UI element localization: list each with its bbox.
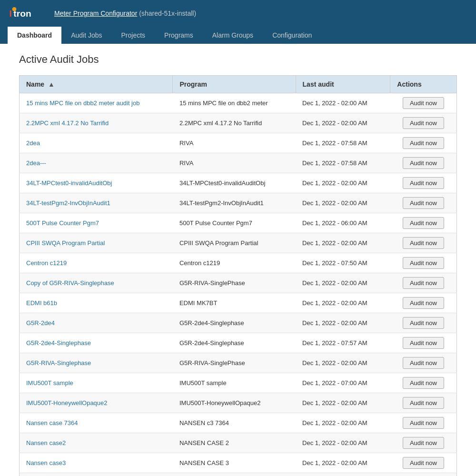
cell-name: G5R-2de4-Singlephase — [20, 333, 173, 353]
cell-actions: Audit now — [390, 393, 457, 413]
audit-job-link[interactable]: 2.2MPC xml 4.17.2 No Tarrifid — [26, 119, 109, 127]
cell-last-audit: Dec 1, 2022 - 02:00 AM — [296, 113, 390, 133]
table-row: EDMI b61bEDMI MK7BTDec 1, 2022 - 02:00 A… — [20, 293, 457, 313]
cell-name: IMU500T-HoneywellOpaque2 — [20, 393, 173, 413]
cell-last-audit: Dec 1, 2022 - 02:00 AM — [296, 393, 390, 413]
cell-last-audit: Dec 1, 2022 - 02:00 AM — [296, 453, 390, 473]
audit-now-button[interactable]: Audit now — [403, 317, 444, 329]
cell-actions: Audit now — [390, 93, 457, 113]
audit-now-button[interactable]: Audit now — [403, 197, 444, 209]
nav-item-configuration[interactable]: Configuration — [263, 27, 321, 44]
cell-program: NANSEN CASE 3 — [173, 453, 296, 473]
col-header-program: Program — [173, 76, 296, 93]
audit-now-button[interactable]: Audit now — [403, 357, 444, 369]
cell-last-audit: Dec 1, 2022 - 07:58 AM — [296, 133, 390, 153]
cell-program: 15 mins MPC file on dbb2 meter — [173, 93, 296, 113]
cell-name: 2dea — [20, 133, 173, 153]
audit-now-button[interactable]: Audit now — [403, 457, 444, 469]
audit-now-button[interactable]: Audit now — [403, 437, 444, 449]
table-row: 2.2MPC xml 4.17.2 No Tarrifid2.2MPC xml … — [20, 113, 457, 133]
audit-job-link[interactable]: Centron c1219 — [26, 259, 67, 267]
audit-job-link[interactable]: Nansen case2 — [26, 439, 66, 446]
audit-now-button[interactable]: Audit now — [403, 137, 444, 149]
table-row: IMU500T sampleIMU500T sampleDec 1, 2022 … — [20, 373, 457, 393]
audit-job-link[interactable]: 34LT-MPCtest0-invalidAuditObj — [26, 179, 112, 187]
audit-job-link[interactable]: 34LT-testPgm2-InvObjInAudit1 — [26, 199, 110, 207]
audit-now-button[interactable]: Audit now — [403, 177, 444, 189]
cell-last-audit: Dec 1, 2022 - 02:00 AM — [296, 433, 390, 453]
audit-job-link[interactable]: G5R-2de4-Singlephase — [26, 339, 91, 347]
audit-job-link[interactable]: EDMI b61b — [26, 299, 57, 307]
cell-program: IMU500T sample — [173, 373, 296, 393]
nav-item-dashboard[interactable]: Dashboard — [8, 27, 61, 44]
audit-now-button[interactable]: Audit now — [403, 217, 444, 229]
app-title-link[interactable]: Meter Program Configurator — [54, 10, 137, 17]
cell-actions: Audit now — [390, 313, 457, 333]
audit-now-button[interactable]: Audit now — [403, 117, 444, 129]
audit-job-link[interactable]: 2dea — [26, 139, 40, 147]
audit-job-link[interactable]: IMU500T sample — [26, 379, 73, 387]
instance-text: (shared-51x-install) — [139, 10, 196, 17]
cell-name: 2.2MPC xml 4.17.2 No Tarrifid — [20, 113, 173, 133]
audit-job-link[interactable]: Nansen case 7364 — [26, 419, 78, 426]
cell-program: EDMI MK7BT — [173, 293, 296, 313]
table-row: 2deaRIVADec 1, 2022 - 07:58 AMAudit now — [20, 133, 457, 153]
svg-point-3 — [12, 7, 17, 11]
audit-now-button[interactable]: Audit now — [403, 377, 444, 389]
audit-now-button[interactable]: Audit now — [403, 97, 444, 109]
cell-program: NANSEN c3 7364 — [173, 413, 296, 433]
nav-item-projects[interactable]: Projects — [112, 27, 155, 44]
audit-now-button[interactable]: Audit now — [403, 277, 444, 289]
svg-text:I: I — [10, 9, 12, 19]
cell-last-audit: Dec 1, 2022 - 02:00 AM — [296, 93, 390, 113]
audit-job-link[interactable]: 2dea--- — [26, 159, 46, 167]
cell-name: CPIII SWQA Program Partial — [20, 233, 173, 253]
audit-job-link[interactable]: IMU500T-HoneywellOpaque2 — [26, 399, 108, 407]
cell-name: Nansen case3 — [20, 453, 173, 473]
col-header-actions: Actions — [390, 76, 457, 93]
main-nav: Dashboard Audit Jobs Projects Programs A… — [0, 27, 476, 44]
audit-now-button[interactable]: Audit now — [403, 297, 444, 309]
cell-last-audit: Dec 1, 2022 - 02:00 AM — [296, 173, 390, 193]
cell-last-audit: Dec 1, 2022 - 02:00 AM — [296, 353, 390, 373]
audit-now-button[interactable]: Audit now — [403, 417, 444, 429]
audit-job-link[interactable]: G5R-RIVA-Singlephase — [26, 359, 91, 367]
cell-name: Nansen case 7364 — [20, 413, 173, 433]
table-row: Nansen case3NANSEN CASE 3Dec 1, 2022 - 0… — [20, 453, 457, 473]
audit-now-button[interactable]: Audit now — [403, 397, 444, 409]
table-row: 34LT-testPgm2-InvObjInAudit134LT-testPgm… — [20, 193, 457, 213]
audit-job-link[interactable]: CPIII SWQA Program Partial — [26, 239, 105, 247]
col-header-name[interactable]: Name ▲ — [20, 76, 173, 93]
audit-now-button[interactable]: Audit now — [403, 237, 444, 249]
audit-job-link[interactable]: 15 mins MPC file on dbb2 meter audit job — [26, 99, 139, 107]
audit-now-button[interactable]: Audit now — [403, 157, 444, 169]
audit-now-button[interactable]: Audit now — [403, 257, 444, 269]
audit-now-button[interactable]: Audit now — [403, 337, 444, 349]
cell-program: G5R-RIVA-SinglePhase — [173, 273, 296, 293]
cell-last-audit: Dec 1, 2022 - 07:50 AM — [296, 253, 390, 273]
audit-job-link[interactable]: Nansen case3 — [26, 459, 66, 466]
nav-item-audit-jobs[interactable]: Audit Jobs — [61, 27, 111, 44]
table-row: 500T Pulse Counter Pgm7500T Pulse Counte… — [20, 213, 457, 233]
cell-last-audit: Dec 1, 2022 - 02:00 AM — [296, 293, 390, 313]
cell-program: G5R-RIVA-SinglePhase — [173, 353, 296, 373]
cell-program: RIVA — [173, 133, 296, 153]
nav-item-programs[interactable]: Programs — [155, 27, 203, 44]
audit-job-link[interactable]: G5R-2de4 — [26, 319, 55, 327]
audit-job-link[interactable]: Copy of G5R-RIVA-Singlephase — [26, 279, 114, 287]
cell-actions: Audit now — [390, 473, 457, 476]
itron-logo: I tron — [8, 4, 41, 23]
table-row: Centron c1219Centron c1219Dec 1, 2022 - … — [20, 253, 457, 273]
cell-actions: Audit now — [390, 173, 457, 193]
table-row: 34LT-MPCtest0-invalidAuditObj34LT-MPCtes… — [20, 173, 457, 193]
cell-name: 2dea--- — [20, 153, 173, 173]
nav-item-alarm-groups[interactable]: Alarm Groups — [203, 27, 263, 44]
table-header-row: Name ▲ Program Last audit Actions — [20, 76, 457, 93]
cell-last-audit: Dec 1, 2022 - 07:00 AM — [296, 373, 390, 393]
cell-last-audit: Dec 1, 2022 - 02:00 AM — [296, 413, 390, 433]
cell-actions: Audit now — [390, 293, 457, 313]
audit-job-link[interactable]: 500T Pulse Counter Pgm7 — [26, 219, 99, 227]
cell-program: G5R-2de4-Singlephase — [173, 333, 296, 353]
cell-last-audit: Dec 1, 2022 - 02:00 AM — [296, 313, 390, 333]
cell-last-audit: Dec 1, 2022 - 02:00 AM — [296, 473, 390, 476]
